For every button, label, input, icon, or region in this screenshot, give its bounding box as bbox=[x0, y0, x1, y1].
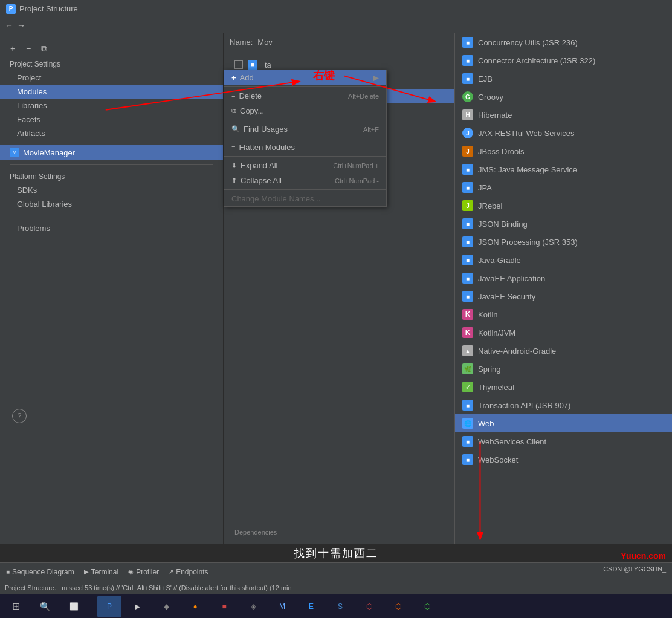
framework-json-binding[interactable]: ■ JSON Binding bbox=[455, 215, 672, 233]
sequence-diagram-label: Sequence Diagram bbox=[12, 568, 74, 576]
framework-jms[interactable]: ■ JMS: Java Message Service bbox=[455, 160, 672, 178]
framework-javaee-app[interactable]: ■ JavaEE Application bbox=[455, 269, 672, 287]
sidebar-item-global-libraries[interactable]: Global Libraries bbox=[0, 197, 223, 211]
taskbar-app-10[interactable]: ⬡ bbox=[385, 596, 412, 617]
framework-ejb[interactable]: ■ EJB bbox=[455, 70, 672, 88]
spring-icon: 🌿 bbox=[462, 363, 473, 374]
name-value: Mov bbox=[257, 37, 273, 47]
profiler-icon: ◉ bbox=[128, 568, 134, 575]
endpoints-icon: ↗ bbox=[169, 568, 173, 575]
webservices-icon: ■ bbox=[462, 436, 473, 447]
taskbar-app-edge[interactable]: E bbox=[298, 596, 325, 617]
dep-checkbox-1[interactable] bbox=[234, 60, 243, 69]
jboss-icon: J bbox=[462, 146, 473, 157]
kotlin-jvm-icon: K bbox=[462, 327, 473, 338]
jms-icon: ■ bbox=[462, 164, 473, 175]
thymeleaf-icon: ✓ bbox=[462, 382, 473, 392]
task-view-button[interactable]: ⬜ bbox=[60, 596, 87, 617]
taskbar-app-1[interactable]: P bbox=[97, 596, 121, 617]
sidebar-item-modules[interactable]: Modules bbox=[0, 85, 223, 99]
sequence-diagram-icon: ■ bbox=[6, 568, 10, 575]
framework-concurrency[interactable]: ■ Concurrency Utils (JSR 236) bbox=[455, 33, 672, 51]
app-icon: P bbox=[6, 4, 16, 14]
menu-delete-label: Delete bbox=[239, 91, 262, 100]
remove-button[interactable]: − bbox=[22, 42, 35, 55]
framework-groovy[interactable]: G Groovy bbox=[455, 88, 672, 106]
terminal-label: Terminal bbox=[91, 568, 118, 576]
menu-item-copy[interactable]: ⧉ Copy... bbox=[224, 103, 386, 119]
taskbar-app-11[interactable]: ⬡ bbox=[414, 596, 441, 617]
framework-jpa[interactable]: ■ JPA bbox=[455, 178, 672, 197]
websocket-icon: ■ bbox=[462, 454, 473, 465]
websocket-label: WebSocket bbox=[478, 455, 518, 464]
menu-item-collapse[interactable]: ⬆ Collapse All Ctrl+NumPad - bbox=[224, 173, 386, 188]
framework-websocket[interactable]: ■ WebSocket bbox=[455, 450, 672, 469]
framework-spring[interactable]: 🌿 Spring bbox=[455, 360, 672, 378]
notification-text: Project Structure... missed 53 time(s) /… bbox=[5, 584, 292, 591]
framework-connector[interactable]: ■ Connector Architecture (JSR 322) bbox=[455, 51, 672, 70]
help-button[interactable]: ? bbox=[12, 409, 27, 423]
delete-shortcut: Alt+Delete bbox=[348, 93, 379, 100]
module-name: MovieManager bbox=[23, 148, 75, 157]
framework-transaction[interactable]: ■ Transaction API (JSR 907) bbox=[455, 396, 672, 414]
framework-json-processing[interactable]: ■ JSON Processing (JSR 353) bbox=[455, 233, 672, 251]
module-item[interactable]: M MovieManager bbox=[0, 145, 223, 160]
dep-label-1: ta bbox=[265, 60, 271, 70]
tool-sequence-diagram[interactable]: ■ Sequence Diagram bbox=[6, 568, 74, 576]
sidebar-item-facets[interactable]: Facets bbox=[0, 112, 223, 126]
forward-button[interactable]: → bbox=[17, 21, 25, 30]
sidebar-item-libraries[interactable]: Libraries bbox=[0, 99, 223, 112]
jms-label: JMS: Java Message Service bbox=[478, 165, 577, 174]
connector-label: Connector Architecture (JSR 322) bbox=[478, 56, 595, 65]
taskbar-app-4[interactable]: ● bbox=[182, 596, 208, 617]
taskbar-app-3[interactable]: ◆ bbox=[153, 596, 179, 617]
menu-item-expand[interactable]: ⬇ Expand All Ctrl+NumPad + bbox=[224, 158, 386, 173]
framework-java-gradle[interactable]: ■ Java-Gradle bbox=[455, 251, 672, 269]
framework-jboss[interactable]: J JBoss Drools bbox=[455, 142, 672, 160]
project-settings-label: Project Settings bbox=[0, 57, 223, 71]
search-button[interactable]: 🔍 bbox=[31, 596, 58, 617]
taskbar-app-vscode[interactable]: S bbox=[327, 596, 354, 617]
framework-kotlin[interactable]: K Kotlin bbox=[455, 305, 672, 324]
framework-jax[interactable]: J JAX RESTful Web Services bbox=[455, 124, 672, 142]
copy-button[interactable]: ⧉ bbox=[37, 42, 51, 55]
framework-hibernate[interactable]: H Hibernate bbox=[455, 106, 672, 124]
spring-label: Spring bbox=[478, 365, 501, 374]
menu-divider-2 bbox=[224, 120, 386, 120]
add-button[interactable]: + bbox=[6, 42, 19, 55]
menu-item-flatten[interactable]: ≡ Flatten Modules bbox=[224, 140, 386, 155]
menu-item-find-usages[interactable]: 🔍 Find Usages Alt+F bbox=[224, 122, 386, 137]
sidebar-divider bbox=[10, 164, 213, 165]
jpa-icon: ■ bbox=[462, 182, 473, 193]
taskbar-app-2[interactable]: ▶ bbox=[124, 596, 150, 617]
jpa-label: JPA bbox=[478, 183, 492, 192]
framework-native-android[interactable]: ▲ Native-Android-Gradle bbox=[455, 342, 672, 360]
framework-kotlin-jvm[interactable]: K Kotlin/JVM bbox=[455, 324, 672, 342]
web-label: Web bbox=[478, 419, 494, 428]
menu-item-add-left: + Add bbox=[231, 73, 254, 82]
menu-item-change-names[interactable]: Change Module Names... bbox=[224, 191, 386, 206]
taskbar-app-5[interactable]: ■ bbox=[211, 596, 237, 617]
sidebar-item-artifacts[interactable]: Artifacts bbox=[0, 126, 223, 140]
start-button[interactable]: ⊞ bbox=[2, 596, 29, 617]
tool-terminal[interactable]: ▶ Terminal bbox=[84, 568, 118, 576]
framework-webservices[interactable]: ■ WebServices Client bbox=[455, 432, 672, 450]
taskbar-app-7[interactable]: M bbox=[269, 596, 296, 617]
framework-thymeleaf[interactable]: ✓ Thymeleaf bbox=[455, 378, 672, 396]
framework-jrebel[interactable]: J JRebel bbox=[455, 197, 672, 215]
back-button[interactable]: ← bbox=[5, 21, 13, 30]
framework-javaee-security[interactable]: ■ JavaEE Security bbox=[455, 287, 672, 305]
taskbar-app-9[interactable]: ⬡ bbox=[356, 596, 383, 617]
menu-item-delete[interactable]: − Delete Alt+Delete bbox=[224, 88, 386, 103]
tool-profiler[interactable]: ◉ Profiler bbox=[128, 568, 159, 576]
tool-endpoints[interactable]: ↗ Endpoints bbox=[169, 568, 208, 576]
menu-item-add[interactable]: + Add ▶ bbox=[224, 70, 386, 85]
taskbar-app-6[interactable]: ◈ bbox=[240, 596, 267, 617]
transaction-icon: ■ bbox=[462, 400, 473, 411]
sidebar-item-project[interactable]: Project bbox=[0, 71, 223, 85]
collapse-icon: ⬆ bbox=[231, 177, 237, 184]
sidebar-item-problems[interactable]: Problems bbox=[0, 221, 223, 235]
menu-copy-label: Copy... bbox=[240, 106, 264, 115]
sidebar-item-sdks[interactable]: SDKs bbox=[0, 183, 223, 197]
framework-web[interactable]: 🌐 Web bbox=[455, 414, 672, 432]
